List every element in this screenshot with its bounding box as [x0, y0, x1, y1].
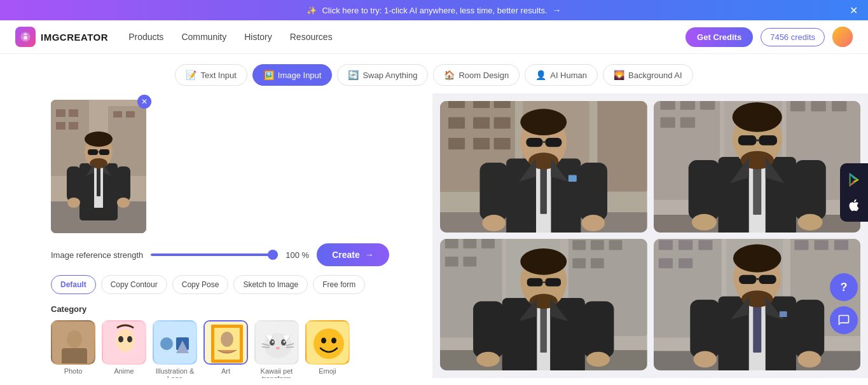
category-photo[interactable]: Photo — [51, 320, 95, 378]
apple-store-icon[interactable] — [845, 196, 863, 214]
svg-rect-76 — [526, 138, 542, 147]
svg-point-82 — [482, 215, 505, 231]
svg-rect-108 — [794, 160, 825, 220]
tab-background-ai[interactable]: 🌄 Background AI — [603, 64, 693, 86]
app-store-panel — [840, 163, 868, 222]
svg-point-164 — [797, 351, 820, 367]
svg-rect-124 — [591, 259, 604, 269]
style-free-form[interactable]: Free form — [313, 275, 365, 294]
nav-resources[interactable]: Resources — [290, 32, 333, 42]
svg-rect-17 — [88, 149, 98, 155]
svg-rect-145 — [698, 240, 712, 250]
svg-point-33 — [160, 337, 173, 350]
svg-rect-121 — [591, 240, 604, 250]
svg-rect-93 — [680, 117, 694, 128]
svg-rect-149 — [814, 240, 828, 250]
svg-rect-143 — [658, 240, 672, 250]
tab-image-input[interactable]: 🖼️ Image Input — [252, 64, 333, 86]
nav-history[interactable]: History — [244, 32, 272, 42]
svg-rect-120 — [572, 240, 586, 250]
tab-room-label: Room Design — [458, 71, 509, 80]
avatar[interactable] — [832, 27, 853, 47]
get-credits-button[interactable]: Get Credits — [685, 27, 753, 47]
google-play-icon[interactable] — [845, 171, 863, 189]
strength-label: Image reference strength — [51, 250, 143, 260]
create-arrow-icon: → — [365, 250, 374, 260]
svg-rect-18 — [99, 149, 109, 155]
chat-button[interactable] — [830, 306, 858, 334]
nav-community[interactable]: Community — [181, 32, 226, 42]
svg-rect-158 — [759, 275, 776, 284]
image-input-icon: 🖼️ — [263, 70, 274, 80]
banner-emoji: ✨ — [307, 6, 317, 15]
category-emoji-label: Emoji — [319, 367, 336, 375]
svg-point-54 — [321, 338, 326, 344]
svg-point-1 — [24, 36, 27, 40]
category-kawaii[interactable]: Kawaii pet transform — [254, 320, 299, 378]
main-content: ✕ Image reference strength 100 % Create … — [0, 93, 868, 378]
help-button[interactable]: ? — [830, 273, 858, 301]
strength-percent: 100 % — [286, 250, 309, 260]
style-default[interactable]: Default — [51, 275, 96, 294]
svg-rect-144 — [679, 240, 692, 250]
svg-point-138 — [586, 352, 609, 367]
svg-rect-148 — [794, 240, 808, 250]
svg-rect-67 — [448, 138, 465, 149]
logo-icon — [15, 27, 36, 47]
tab-bar: 📝 Text Input 🖼️ Image Input 🔄 Swap Anyth… — [0, 54, 868, 93]
svg-rect-115 — [445, 239, 458, 248]
style-copy-pose[interactable]: Copy Pose — [172, 275, 229, 294]
category-kawaii-label: Kawaii pet transform — [254, 367, 299, 378]
ai-human-icon: 👤 — [535, 70, 546, 80]
svg-point-46 — [284, 341, 286, 343]
svg-rect-89 — [660, 101, 675, 110]
svg-point-45 — [272, 341, 274, 343]
category-anime[interactable]: Anime — [102, 320, 146, 378]
svg-rect-96 — [831, 101, 846, 111]
create-button[interactable]: Create → — [317, 243, 389, 266]
svg-rect-63 — [494, 101, 511, 108]
category-photo-label: Photo — [64, 367, 83, 375]
svg-rect-135 — [473, 301, 504, 358]
svg-point-47 — [276, 347, 280, 349]
category-emoji[interactable]: Emoji — [305, 320, 350, 378]
tab-room-design[interactable]: 🏠 Room Design — [433, 64, 520, 86]
svg-rect-123 — [572, 259, 586, 269]
svg-rect-117 — [481, 239, 495, 248]
category-illustration-thumb — [153, 320, 197, 365]
uploaded-image — [51, 100, 146, 233]
top-banner[interactable]: ✨ Click here to try: 1-click AI anywhere… — [0, 0, 868, 20]
svg-rect-122 — [609, 240, 623, 250]
category-illustration[interactable]: Illustration & Logo — [153, 320, 197, 378]
svg-rect-8 — [69, 122, 78, 130]
logo-text: IMGCREATOR — [41, 32, 108, 43]
svg-rect-157 — [739, 275, 756, 284]
svg-point-31 — [127, 336, 132, 342]
tab-swap-anything[interactable]: 🔄 Swap Anything — [337, 64, 428, 86]
result-image-1 — [440, 101, 647, 233]
strength-slider[interactable] — [151, 253, 278, 256]
style-copy-contour[interactable]: Copy Contour — [101, 275, 167, 294]
svg-rect-91 — [699, 101, 714, 110]
category-anime-thumb — [102, 320, 146, 365]
category-art-thumb — [203, 320, 248, 365]
svg-line-51 — [286, 347, 294, 348]
category-kawaii-thumb — [254, 320, 299, 365]
text-input-icon: 📝 — [186, 70, 196, 80]
svg-rect-5 — [56, 109, 65, 117]
svg-point-55 — [331, 338, 336, 344]
tab-swap-label: Swap Anything — [362, 71, 417, 80]
close-image-button[interactable]: ✕ — [137, 95, 151, 109]
nav-products[interactable]: Products — [128, 32, 163, 42]
svg-line-170 — [854, 180, 858, 181]
category-art[interactable]: Art — [203, 320, 248, 378]
tab-text-input[interactable]: 📝 Text Input — [175, 64, 247, 86]
banner-close-button[interactable]: ✕ — [850, 4, 858, 17]
tab-ai-human[interactable]: 👤 AI Human — [525, 64, 598, 86]
style-sketch-to-image[interactable]: Sketch to Image — [233, 275, 308, 294]
svg-rect-66 — [494, 117, 511, 128]
category-label: Category — [51, 304, 413, 314]
svg-rect-131 — [527, 278, 543, 287]
svg-rect-69 — [494, 138, 511, 149]
avatar-image — [832, 27, 853, 47]
